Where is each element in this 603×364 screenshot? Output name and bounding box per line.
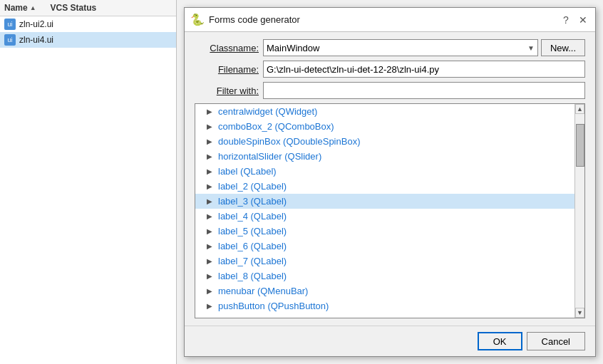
- widget-list-item[interactable]: ▶ doubleSpinBox (QDoubleSpinBox): [195, 134, 574, 149]
- close-button[interactable]: ✕: [577, 14, 589, 26]
- widget-list-item[interactable]: ▶ menubar (QMenuBar): [195, 284, 574, 298]
- expand-arrow-icon: ▶: [207, 197, 215, 205]
- dialog-overlay: 🐍 Forms code generator ? ✕ Classname: Ma…: [177, 0, 603, 364]
- new-button[interactable]: New...: [541, 39, 585, 56]
- expand-arrow-icon: ▶: [207, 302, 215, 310]
- widget-label: doubleSpinBox (QDoubleSpinBox): [218, 136, 360, 147]
- file-icon: ui: [4, 34, 16, 46]
- classname-row: Classname: MainWindow ▼ New...: [195, 39, 585, 56]
- widget-list-item[interactable]: ▶ label_6 (QLabel): [195, 239, 574, 254]
- expand-arrow-icon: ▶: [207, 123, 215, 130]
- widget-list-item[interactable]: ▶ label_2 (QLabel): [195, 179, 574, 194]
- widget-list-item[interactable]: ▶ centralwidget (QWidget): [195, 104, 574, 119]
- expand-arrow-icon: ▶: [207, 257, 215, 265]
- widget-label: label_7 (QLabel): [218, 256, 287, 266]
- forms-code-generator-dialog: 🐍 Forms code generator ? ✕ Classname: Ma…: [184, 7, 596, 357]
- widget-label: label_8 (QLabel): [218, 271, 287, 281]
- name-label: Name: [4, 3, 28, 13]
- widget-label: label_3 (QLabel): [218, 196, 287, 207]
- expand-arrow-icon: ▶: [207, 242, 215, 250]
- widget-label: label_4 (QLabel): [218, 211, 287, 222]
- expand-arrow-icon: ▶: [207, 182, 215, 190]
- filter-input[interactable]: [263, 82, 585, 99]
- scrollbar-thumb[interactable]: [576, 124, 584, 167]
- help-button[interactable]: ?: [560, 14, 572, 26]
- widget-list-item[interactable]: ▶ label (QLabel): [195, 164, 574, 179]
- widget-list-item[interactable]: ▶ comboBox_2 (QComboBox): [195, 119, 574, 134]
- file-name: zln-ui4.ui: [19, 35, 53, 45]
- dialog-title-icon: 🐍: [190, 13, 205, 27]
- sort-arrow-icon: ▲: [30, 4, 36, 11]
- expand-arrow-icon: ▶: [207, 167, 215, 175]
- file-name: zln-ui2.ui: [19, 19, 53, 29]
- classname-combobox[interactable]: MainWindow ▼: [263, 39, 538, 56]
- expand-arrow-icon: ▶: [207, 287, 215, 295]
- dialog-footer: OK Cancel: [185, 326, 595, 356]
- widget-label: menubar (QMenuBar): [218, 286, 308, 296]
- widget-list-container: ▶ centralwidget (QWidget) ▶ comboBox_2 (…: [195, 103, 585, 318]
- dialog-body: Classname: MainWindow ▼ New... Filename:…: [185, 32, 595, 326]
- dialog-title-text: Forms code generator: [209, 14, 300, 25]
- filter-row: Filter with:: [195, 82, 585, 99]
- left-panel: Name ▲ VCS Status ui zln-ui2.ui ui zln-u…: [0, 0, 177, 364]
- expand-arrow-icon: ▶: [207, 137, 215, 145]
- widget-label: label_5 (QLabel): [218, 226, 287, 236]
- combobox-arrow-icon: ▼: [527, 44, 535, 52]
- widget-list-item[interactable]: ▶ pushButton (QPushButton): [195, 298, 574, 313]
- widget-label: pushButton (QPushButton): [218, 301, 329, 311]
- expand-arrow-icon: ▶: [207, 108, 215, 115]
- ok-button[interactable]: OK: [478, 332, 522, 350]
- dialog-title-left: 🐍 Forms code generator: [190, 13, 300, 27]
- widget-list-item[interactable]: ▶ label_7 (QLabel): [195, 254, 574, 269]
- classname-combobox-value: MainWindow: [267, 43, 319, 53]
- scroll-down-icon[interactable]: ▼: [575, 308, 584, 318]
- widget-list: ▶ centralwidget (QWidget) ▶ comboBox_2 (…: [195, 104, 574, 318]
- widget-label: label (QLabel): [218, 166, 277, 177]
- widget-list-item[interactable]: ▶ label_8 (QLabel): [195, 269, 574, 284]
- widget-label: label_6 (QLabel): [218, 241, 287, 251]
- filename-label: Filename:: [195, 64, 259, 75]
- filename-row: Filename:: [195, 61, 585, 78]
- filename-input[interactable]: [263, 61, 585, 78]
- classname-label: Classname:: [195, 43, 259, 53]
- expand-arrow-icon: ▶: [207, 272, 215, 280]
- expand-arrow-icon: ▶: [207, 227, 215, 235]
- file-list-header: Name ▲ VCS Status: [0, 0, 176, 16]
- expand-arrow-icon: ▶: [207, 152, 215, 160]
- widget-list-item[interactable]: ▶ horizontalSlider (QSlider): [195, 149, 574, 164]
- name-column-header[interactable]: Name ▲: [4, 3, 36, 13]
- file-item[interactable]: ui zln-ui4.ui: [0, 32, 176, 48]
- scrollbar-track: ▲ ▼: [574, 104, 584, 318]
- file-icon: ui: [4, 19, 16, 30]
- dialog-title-buttons: ? ✕: [560, 14, 589, 26]
- widget-list-item[interactable]: ▶ label_3 (QLabel): [195, 194, 574, 209]
- expand-arrow-icon: ▶: [207, 212, 215, 220]
- widget-list-item[interactable]: ▶ label_4 (QLabel): [195, 209, 574, 224]
- cancel-button[interactable]: Cancel: [527, 332, 585, 350]
- vcs-column-header[interactable]: VCS Status: [51, 3, 97, 13]
- file-item[interactable]: ui zln-ui2.ui: [0, 16, 176, 32]
- file-list: ui zln-ui2.ui ui zln-ui4.ui: [0, 16, 176, 364]
- widget-label: label_2 (QLabel): [218, 181, 287, 192]
- filter-label: Filter with:: [195, 85, 259, 96]
- widget-label: horizontalSlider (QSlider): [218, 151, 321, 162]
- widget-label: comboBox_2 (QComboBox): [218, 121, 334, 132]
- widget-label: centralwidget (QWidget): [218, 106, 317, 117]
- vcs-label: VCS Status: [51, 3, 97, 13]
- scroll-up-icon[interactable]: ▲: [575, 104, 584, 114]
- dialog-titlebar: 🐍 Forms code generator ? ✕: [185, 8, 595, 32]
- widget-list-item[interactable]: ▶ label_5 (QLabel): [195, 224, 574, 239]
- classname-combobox-container: MainWindow ▼ New...: [263, 39, 585, 56]
